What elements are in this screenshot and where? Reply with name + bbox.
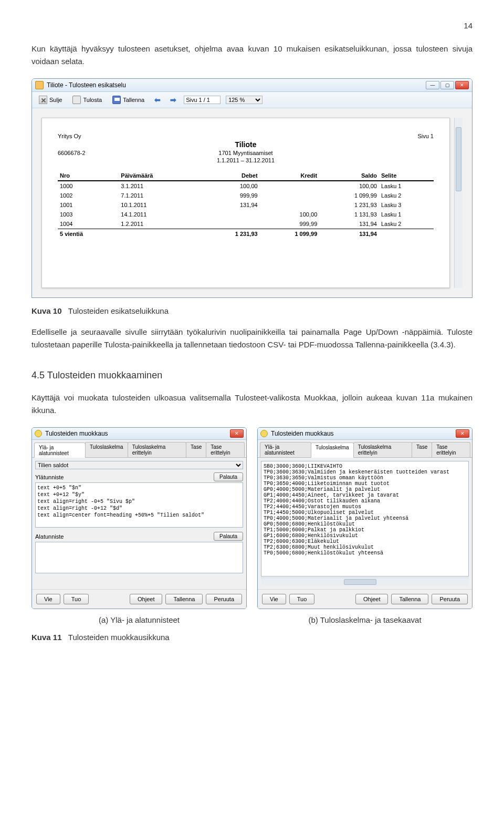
tab[interactable]: Tase	[186, 442, 206, 457]
cell: 1 099,99	[319, 191, 379, 200]
preview-body: Yritys Oy Sivu 1 Tiliote 6606678-2 1701 …	[32, 108, 472, 297]
table-row: 10041.2.2011999,99131,94Lasku 2	[58, 219, 434, 229]
table-row: 10027.1.2011999,991 099,99Lasku 2	[58, 191, 434, 200]
top-header-textarea[interactable]	[35, 482, 243, 528]
report-page: Yritys Oy Sivu 1 Tiliote 6606678-2 1701 …	[41, 118, 450, 288]
account-name: 1701 Myyntisaamiset	[42, 150, 449, 156]
cell: 1 231,93	[319, 200, 379, 210]
save-button[interactable]: Tallenna	[110, 94, 147, 106]
cell: 1000	[58, 181, 119, 191]
zoom-select[interactable]: 125 %	[226, 96, 262, 104]
restore-bottom-button[interactable]: Palauta	[214, 532, 243, 541]
vie-button[interactable]: Vie	[36, 594, 60, 604]
close-tool-button[interactable]: Sulje	[36, 94, 65, 106]
close-label: Sulje	[49, 97, 62, 103]
close-icon	[39, 96, 47, 104]
next-page-button[interactable]: ➡	[168, 96, 178, 104]
report-table: Nro Päivämäärä Debet Kredit Saldo Selite…	[58, 171, 434, 239]
intro-paragraph: Kun käyttäjä hyväksyy tulosteen asetukse…	[32, 43, 472, 68]
print-button[interactable]: Tulosta	[70, 94, 104, 106]
figure11-row: Tulosteiden muokkaus ✕ Ylä- ja alatunnis…	[32, 427, 472, 609]
dialog-a-buttons: VieTuoOhjeetTallennaPeruuta	[32, 589, 246, 609]
vie-button[interactable]: Vie	[262, 594, 286, 604]
prev-page-button[interactable]: ⬅	[152, 96, 163, 104]
cell: Lasku 2	[379, 219, 434, 229]
col-selite: Selite	[379, 171, 434, 181]
figure10-caption: Kuva 10 Tulosteiden esikatseluikkuna	[32, 306, 472, 315]
tab[interactable]: Tuloslaskelma erittelyin	[128, 442, 186, 457]
peruuta-button[interactable]: Peruuta	[206, 594, 242, 604]
table-row: 100110.1.2011131,941 231,93Lasku 3	[58, 200, 434, 210]
vertical-scrollbar[interactable]	[454, 118, 463, 288]
dialog-b-tabs: Ylä- ja alatunnisteetTuloslaskelmaTulosl…	[258, 440, 472, 458]
foot-saldo: 131,94	[319, 229, 379, 239]
table-row: 100314.1.2011100,001 131,93Lasku 1	[58, 210, 434, 219]
tallenna-button[interactable]: Tallenna	[165, 594, 203, 604]
cell: Lasku 3	[379, 200, 434, 210]
close-button[interactable]: ✕	[455, 81, 469, 89]
figure11-label: Kuva 11	[32, 633, 62, 642]
restore-top-button[interactable]: Palauta	[214, 472, 243, 481]
tuo-button[interactable]: Tuo	[289, 594, 315, 604]
tallenna-button[interactable]: Tallenna	[391, 594, 428, 604]
cell: 1002	[58, 191, 119, 200]
save-icon	[112, 96, 121, 104]
cell: Lasku 1	[379, 210, 434, 219]
dialog-b: Tulosteiden muokkaus ✕ Ylä- ja alatunnis…	[257, 427, 472, 609]
cell	[200, 219, 260, 229]
cell: 1003	[58, 210, 119, 219]
tab[interactable]: Tuloslaskelma	[311, 442, 354, 458]
dialog-a-titlebar: Tulosteiden muokkaus ✕	[32, 428, 246, 440]
cell: 999,99	[260, 219, 320, 229]
tab[interactable]: Tase	[412, 442, 432, 457]
col-debet: Debet	[200, 171, 260, 181]
cell: 10.1.2011	[119, 200, 200, 210]
cell: 1004	[58, 219, 119, 229]
cell: 7.1.2011	[119, 191, 200, 200]
template-select[interactable]: Tilien saldot	[35, 461, 243, 469]
tab[interactable]: Tase erittelyin	[432, 442, 470, 457]
tab[interactable]: Ylä- ja alatunnisteet	[260, 442, 311, 457]
dialog-a-close[interactable]: ✕	[230, 429, 244, 438]
dialog-a: Tulosteiden muokkaus ✕ Ylä- ja alatunnis…	[32, 427, 247, 609]
toolbar: Sulje Tulosta Tallenna ⬅ ➡ 125 %	[32, 92, 472, 108]
dialog-b-close[interactable]: ✕	[456, 429, 469, 438]
col-saldo: Saldo	[319, 171, 379, 181]
maximize-button[interactable]: ▢	[440, 81, 454, 89]
subcaption-b: (b) Tuloslaskelma- ja tasekaavat	[257, 615, 472, 624]
app-icon	[35, 430, 42, 437]
cell: 14.1.2011	[119, 210, 200, 219]
cell: 999,99	[200, 191, 260, 200]
tab[interactable]: Tuloslaskelma	[85, 442, 128, 457]
company-name: Yritys Oy	[58, 133, 81, 139]
subcaption-a: (a) Ylä- ja alatunnisteet	[32, 615, 247, 624]
tab[interactable]: Ylä- ja alatunnisteet	[34, 442, 86, 458]
save-label: Tallenna	[123, 97, 144, 103]
page-field[interactable]	[184, 96, 220, 104]
titlebar: Tiliote - Tulosteen esikatselu — ▢ ✕	[32, 79, 472, 92]
ohjeet-button[interactable]: Ohjeet	[355, 594, 388, 604]
table-row: 10003.1.2011100,00100,00Lasku 1	[58, 181, 434, 191]
tuo-button[interactable]: Tuo	[64, 594, 89, 604]
preview-window: Tiliote - Tulosteen esikatselu — ▢ ✕ Sul…	[32, 78, 472, 298]
minimize-button[interactable]: —	[426, 81, 439, 89]
figure11-subcaptions: (a) Ylä- ja alatunnisteet (b) Tuloslaske…	[32, 615, 472, 624]
figure11-caption: Kuva 11 Tulosteiden muokkausikkuna	[32, 633, 472, 642]
cell	[260, 181, 320, 191]
tab[interactable]: Tase erittelyin	[206, 442, 245, 457]
horizontal-scrollbar[interactable]	[261, 578, 469, 586]
dialog-b-titlebar: Tulosteiden muokkaus ✕	[258, 428, 472, 440]
schema-textarea[interactable]: SB0;3000;3600;LIIKEVAIHTO TP0;3600;3630;…	[261, 461, 469, 576]
bottom-header-textarea[interactable]	[35, 542, 243, 573]
peruuta-button[interactable]: Peruuta	[432, 594, 468, 604]
cell: 1 131,93	[319, 210, 379, 219]
foot-count: 5 vientiä	[58, 229, 119, 239]
figure10-label: Kuva 10	[32, 306, 62, 315]
cell: 131,94	[200, 200, 260, 210]
dialog-a-content: Tilien saldot Ylätunniste Palauta Alatun…	[32, 458, 246, 589]
tab[interactable]: Tuloslaskelma erittelyin	[353, 442, 412, 457]
paragraph-after-fig10: Edelliselle ja seuraavalle sivulle siirr…	[32, 326, 472, 351]
ohjeet-button[interactable]: Ohjeet	[130, 594, 162, 604]
period: 1.1.2011 – 31.12.2011	[58, 157, 434, 163]
cell	[260, 191, 320, 200]
